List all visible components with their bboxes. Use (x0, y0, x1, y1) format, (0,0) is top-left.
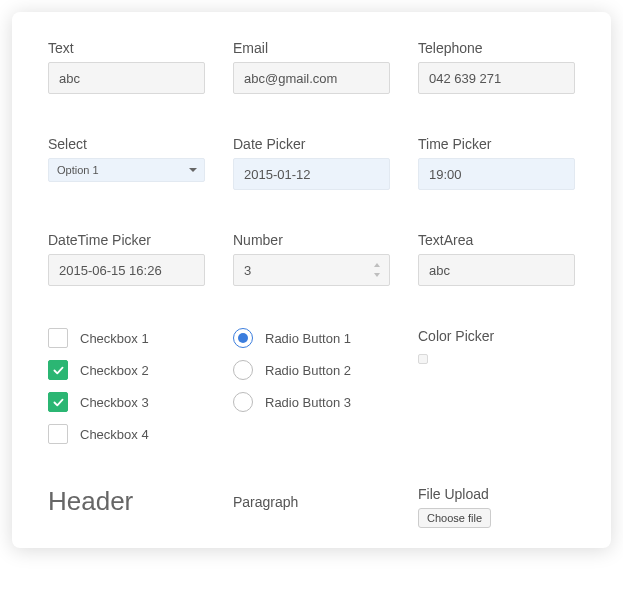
radio-label: Radio Button 2 (265, 363, 351, 378)
header-text: Header (48, 486, 205, 517)
checkbox-group: Checkbox 1Checkbox 2Checkbox 3Checkbox 4 (48, 328, 205, 444)
email-field-group: Email (233, 40, 390, 94)
textarea-input[interactable] (418, 254, 575, 286)
datetime-picker-group: DateTime Picker (48, 232, 205, 286)
checkbox-box[interactable] (48, 360, 68, 380)
time-picker-input[interactable] (418, 158, 575, 190)
row-3: DateTime Picker Number TextArea (48, 232, 575, 286)
row-2: Select Option 1 Date Picker Time Picker (48, 136, 575, 190)
date-picker-label: Date Picker (233, 136, 390, 152)
textarea-field-group: TextArea (418, 232, 575, 286)
radio-circle[interactable] (233, 360, 253, 380)
checkbox-box[interactable] (48, 424, 68, 444)
select-field-group: Select Option 1 (48, 136, 205, 190)
file-upload-label: File Upload (418, 486, 575, 502)
checkbox-box[interactable] (48, 392, 68, 412)
radio-item-2[interactable]: Radio Button 2 (233, 360, 390, 380)
email-label: Email (233, 40, 390, 56)
time-picker-label: Time Picker (418, 136, 575, 152)
text-label: Text (48, 40, 205, 56)
checkbox-label: Checkbox 1 (80, 331, 149, 346)
number-label: Number (233, 232, 390, 248)
radio-item-3[interactable]: Radio Button 3 (233, 392, 390, 412)
check-icon (52, 364, 65, 377)
color-picker-input[interactable] (418, 354, 428, 364)
number-input[interactable] (233, 254, 390, 286)
radio-label: Radio Button 1 (265, 331, 351, 346)
telephone-input[interactable] (418, 62, 575, 94)
number-field-group: Number (233, 232, 390, 286)
checkbox-item-4[interactable]: Checkbox 4 (48, 424, 205, 444)
color-picker-group: Color Picker (418, 328, 575, 444)
date-picker-group: Date Picker (233, 136, 390, 190)
color-picker-label: Color Picker (418, 328, 575, 344)
textarea-label: TextArea (418, 232, 575, 248)
datetime-picker-label: DateTime Picker (48, 232, 205, 248)
time-picker-group: Time Picker (418, 136, 575, 190)
checkbox-box[interactable] (48, 328, 68, 348)
file-upload-button[interactable]: Choose file (418, 508, 491, 528)
email-input[interactable] (233, 62, 390, 94)
date-picker-input[interactable] (233, 158, 390, 190)
radio-circle[interactable] (233, 328, 253, 348)
row-1: Text Email Telephone (48, 40, 575, 94)
radio-dot-icon (238, 333, 248, 343)
select-input[interactable]: Option 1 (48, 158, 205, 182)
radio-item-1[interactable]: Radio Button 1 (233, 328, 390, 348)
paragraph-group: Paragraph (233, 486, 390, 528)
number-spinner-icon[interactable] (374, 263, 382, 277)
datetime-picker-input[interactable] (48, 254, 205, 286)
file-upload-group: File Upload Choose file (418, 486, 575, 528)
row-4: Checkbox 1Checkbox 2Checkbox 3Checkbox 4… (48, 328, 575, 444)
radio-label: Radio Button 3 (265, 395, 351, 410)
telephone-field-group: Telephone (418, 40, 575, 94)
check-icon (52, 396, 65, 409)
checkbox-label: Checkbox 4 (80, 427, 149, 442)
checkbox-label: Checkbox 2 (80, 363, 149, 378)
row-5: Header Paragraph File Upload Choose file (48, 486, 575, 528)
header-group: Header (48, 486, 205, 528)
paragraph-text: Paragraph (233, 494, 390, 510)
radio-circle[interactable] (233, 392, 253, 412)
text-input[interactable] (48, 62, 205, 94)
checkbox-label: Checkbox 3 (80, 395, 149, 410)
text-field-group: Text (48, 40, 205, 94)
radio-group: Radio Button 1Radio Button 2Radio Button… (233, 328, 390, 444)
select-label: Select (48, 136, 205, 152)
checkbox-item-2[interactable]: Checkbox 2 (48, 360, 205, 380)
form-card: Text Email Telephone Select Option 1 Dat… (12, 12, 611, 548)
telephone-label: Telephone (418, 40, 575, 56)
checkbox-item-3[interactable]: Checkbox 3 (48, 392, 205, 412)
checkbox-item-1[interactable]: Checkbox 1 (48, 328, 205, 348)
